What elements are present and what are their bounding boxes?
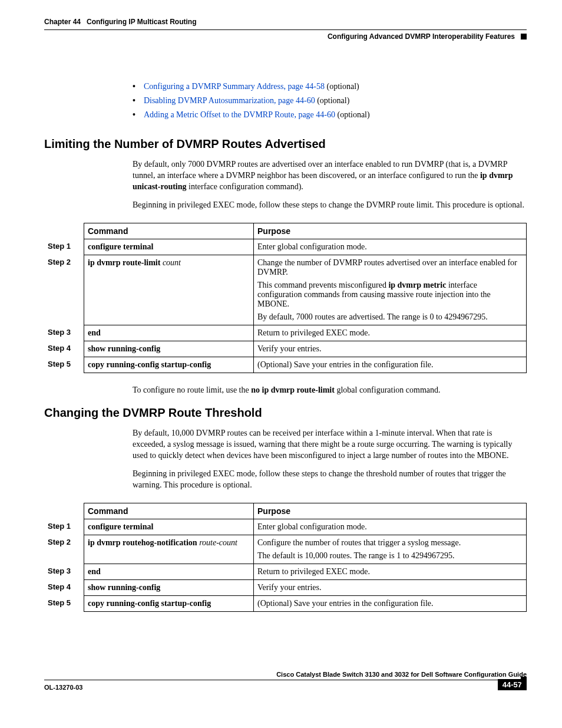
step-label: Step 4: [44, 579, 84, 595]
page-header: Chapter 44 Configuring IP Multicast Rout…: [44, 18, 527, 41]
command-text: end: [88, 567, 101, 576]
inline-command: ip dvmrp metric: [388, 281, 446, 289]
purpose-text: Change the number of DVMRP routes advert…: [257, 258, 517, 276]
purpose-text: Verify your entries.: [254, 579, 527, 595]
purpose-text: Enter global configuration mode.: [254, 239, 527, 255]
command-arg: count: [163, 258, 181, 267]
command-arg: route-count: [199, 538, 237, 547]
purpose-text: Return to privileged EXEC mode.: [254, 325, 527, 341]
command-text: end: [88, 328, 101, 337]
table-row: Step 2 ip dvmrp routehog-notification ro…: [44, 535, 527, 564]
table-row: Step 5 copy running-config startup-confi…: [44, 595, 527, 611]
bullet-list: Configuring a DVMRP Summary Address, pag…: [133, 82, 527, 120]
command-text: copy running-config startup-config: [88, 599, 211, 608]
section-heading: Limiting the Number of DVMRP Routes Adve…: [44, 137, 527, 151]
table-row: Step 2 ip dvmrp route-limit count Change…: [44, 255, 527, 325]
col-header-command: Command: [84, 503, 254, 519]
command-text: show running-config: [88, 583, 160, 592]
purpose-text: Return to privileged EXEC mode.: [254, 564, 527, 579]
step-label: Step 2: [44, 255, 84, 325]
xref-link[interactable]: Configuring a DVMRP Summary Address, pag…: [144, 82, 325, 91]
page-footer: Cisco Catalyst Blade Switch 3130 and 303…: [44, 671, 527, 691]
link-suffix: (optional): [315, 96, 350, 105]
header-marker-icon: [521, 34, 527, 39]
list-item: Disabling DVMRP Autosummarization, page …: [133, 96, 527, 106]
command-text: configure terminal: [88, 522, 153, 531]
paragraph: By default, only 7000 DVMRP routes are a…: [133, 159, 527, 193]
step-label: Step 1: [44, 239, 84, 255]
step-label: Step 5: [44, 595, 84, 611]
text: global configuration command.: [335, 386, 441, 394]
paragraph: By default, 10,000 DVMRP routes can be r…: [133, 428, 527, 462]
table-row: Step 4 show running-config Verify your e…: [44, 579, 527, 595]
command-text: ip dvmrp route-limit: [88, 258, 163, 267]
purpose-sub: This command prevents misconfigured ip d…: [257, 281, 523, 309]
chapter-label: Chapter 44: [44, 18, 81, 26]
xref-link[interactable]: Disabling DVMRP Autosummarization, page …: [144, 96, 315, 105]
table-row: Step 3 end Return to privileged EXEC mod…: [44, 325, 527, 341]
steps-table: Command Purpose Step 1 configure termina…: [44, 223, 527, 373]
footer-guide-title: Cisco Catalyst Blade Switch 3130 and 303…: [276, 671, 527, 678]
paragraph: To configure no route limit, use the no …: [133, 385, 527, 396]
text: By default, only 7000 DVMRP routes are a…: [133, 160, 507, 180]
step-label: Step 4: [44, 341, 84, 357]
footer-doc-id: OL-13270-03: [44, 684, 82, 691]
command-text: configure terminal: [88, 242, 153, 251]
step-label: Step 2: [44, 535, 84, 564]
text: This command prevents misconfigured: [257, 281, 388, 289]
section-title: Configuring Advanced DVMRP Interoperabil…: [328, 32, 515, 41]
command-text: show running-config: [88, 344, 160, 353]
table-row: Step 5 copy running-config startup-confi…: [44, 357, 527, 373]
text: To configure no route limit, use the: [133, 386, 251, 394]
text: interface configuration command).: [187, 182, 303, 191]
command-text: copy running-config startup-config: [88, 360, 211, 369]
purpose-text: (Optional) Save your entries in the conf…: [254, 595, 527, 611]
paragraph: Beginning in privileged EXEC mode, follo…: [133, 469, 527, 491]
purpose-sub: By default, 7000 routes are advertised. …: [257, 312, 523, 322]
step-label: Step 3: [44, 564, 84, 579]
chapter-title: Configuring IP Multicast Routing: [87, 18, 196, 26]
col-header-command: Command: [84, 223, 254, 239]
command-text: ip dvmrp routehog-notification: [88, 538, 199, 547]
table-row: Step 1 configure terminal Enter global c…: [44, 239, 527, 255]
list-item: Adding a Metric Offset to the DVMRP Rout…: [133, 110, 527, 120]
xref-link[interactable]: Adding a Metric Offset to the DVMRP Rout…: [144, 110, 335, 119]
purpose-text: Enter global configuration mode.: [254, 519, 527, 535]
purpose-text: Verify your entries.: [254, 341, 527, 357]
paragraph: Beginning in privileged EXEC mode, follo…: [133, 200, 527, 211]
section-heading: Changing the DVMRP Route Threshold: [44, 406, 527, 420]
steps-table: Command Purpose Step 1 configure termina…: [44, 503, 527, 612]
table-row: Step 4 show running-config Verify your e…: [44, 341, 527, 357]
table-row: Step 1 configure terminal Enter global c…: [44, 519, 527, 535]
purpose-sub: The default is 10,000 routes. The range …: [257, 551, 523, 561]
purpose-text: (Optional) Save your entries in the conf…: [254, 357, 527, 373]
inline-command: no ip dvmrp route-limit: [251, 386, 335, 394]
step-label: Step 5: [44, 357, 84, 373]
step-label: Step 1: [44, 519, 84, 535]
col-header-purpose: Purpose: [254, 503, 527, 519]
step-label: Step 3: [44, 325, 84, 341]
list-item: Configuring a DVMRP Summary Address, pag…: [133, 82, 527, 91]
table-row: Step 3 end Return to privileged EXEC mod…: [44, 564, 527, 579]
col-header-purpose: Purpose: [254, 223, 527, 239]
link-suffix: (optional): [325, 82, 359, 91]
page-content: Configuring a DVMRP Summary Address, pag…: [133, 82, 527, 612]
link-suffix: (optional): [335, 110, 370, 119]
purpose-text: Configure the number of routes that trig…: [257, 538, 461, 547]
